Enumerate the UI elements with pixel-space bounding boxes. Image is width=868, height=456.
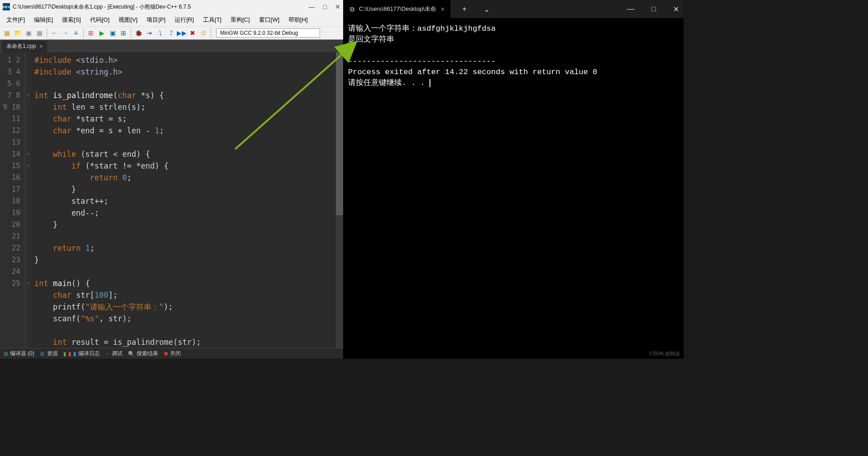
new-tab-icon[interactable]: +: [458, 5, 471, 13]
close-button[interactable]: ✕: [335, 3, 340, 10]
vertical-scrollbar[interactable]: [336, 52, 343, 348]
continue-icon[interactable]: ▶▶: [177, 28, 187, 38]
status-bar: ⊞编译器 (0) 🗎资源 ▮▮▮编译日志 ✓调试 🔍搜索结果 ✖关闭: [0, 348, 343, 359]
terminal-maximize-button[interactable]: □: [647, 5, 660, 13]
status-debug[interactable]: ✓调试: [104, 350, 124, 357]
step-out-icon[interactable]: ⤴: [166, 28, 176, 38]
minimize-button[interactable]: —: [309, 3, 315, 10]
status-search-result[interactable]: 🔍搜索结果: [126, 350, 160, 357]
terminal-minimize-button[interactable]: —: [623, 5, 639, 13]
profile-icon[interactable]: ⊙: [198, 28, 208, 38]
menu-project[interactable]: 项目[P]: [142, 14, 170, 26]
stop-icon[interactable]: ✖: [188, 28, 198, 38]
menu-tools[interactable]: 工具[T]: [198, 14, 226, 26]
code-area[interactable]: #include <stdio.h> #include <string.h> i…: [31, 52, 343, 348]
terminal-output[interactable]: 请输入一个字符串：asdfghjklkjhgfdsa 是回文字符串 ------…: [344, 18, 684, 359]
fold-gutter: ▾▾▾▾: [25, 52, 31, 348]
maximize-button[interactable]: □: [323, 3, 327, 10]
menu-run[interactable]: 运行[R]: [170, 14, 198, 26]
compiler-select[interactable]: MinGW GCC 9.2.0 32-bit Debug: [216, 28, 320, 38]
status-resource[interactable]: 🗎资源: [38, 350, 60, 357]
file-tab-label: 未命名1.cpp: [6, 42, 36, 50]
run-icon[interactable]: ▶: [97, 28, 107, 38]
menu-window[interactable]: 窗口[W]: [255, 14, 284, 26]
terminal-tab[interactable]: ⧉ C:\Users\86177\Desktop\未命 ×: [344, 0, 451, 18]
menubar: 文件[F] 编辑[E] 搜索[S] 代码[O] 视图[V] 项目[P] 运行[R…: [0, 14, 343, 26]
grid-icon[interactable]: ⊞: [86, 28, 96, 38]
menu-file[interactable]: 文件[F]: [2, 14, 29, 26]
menu-view[interactable]: 视图[V]: [114, 14, 142, 26]
status-compiler[interactable]: ⊞编译器 (0): [2, 350, 36, 357]
status-compile-log[interactable]: ▮▮▮编译日志: [61, 350, 102, 357]
save-all-icon[interactable]: ▦: [34, 28, 44, 38]
watermark: CSDN @秋说: [650, 350, 680, 357]
scrollbar-thumb[interactable]: [336, 52, 343, 215]
menu-refactor[interactable]: 重构[C]: [226, 14, 255, 26]
ide-window: DEV C:\Users\86177\Desktop\未命名1.cpp - [E…: [0, 0, 344, 359]
close-tab-icon[interactable]: ×: [39, 43, 42, 50]
compile-run-icon[interactable]: ▣: [108, 28, 118, 38]
window-title: C:\Users\86177\Desktop\未命名1.cpp - [Execu…: [13, 3, 309, 11]
rebuild-icon[interactable]: ⊞: [118, 28, 128, 38]
terminal-close-button[interactable]: ✕: [669, 5, 684, 14]
debug-icon[interactable]: 🐞: [133, 28, 143, 38]
terminal-titlebar: ⧉ C:\Users\86177\Desktop\未命 × + ⌄ — □ ✕: [344, 0, 684, 18]
open-folder-icon[interactable]: 📁: [13, 28, 23, 38]
menu-edit[interactable]: 编辑[E]: [29, 14, 57, 26]
line-number-gutter: 1 2 3 4 5 6 7 8 9 10 11 12 13 14 15 16 1…: [0, 52, 25, 348]
terminal-tab-title: C:\Users\86177\Desktop\未命: [359, 5, 436, 13]
terminal-icon: ⧉: [350, 5, 354, 13]
new-file-icon[interactable]: ▦: [2, 28, 12, 38]
tab-dropdown-icon[interactable]: ⌄: [479, 5, 494, 14]
file-tab-active[interactable]: 未命名1.cpp ×: [2, 40, 47, 52]
ide-titlebar: DEV C:\Users\86177\Desktop\未命名1.cpp - [E…: [0, 0, 343, 14]
code-editor[interactable]: 1 2 3 4 5 6 7 8 9 10 11 12 13 14 15 16 1…: [0, 52, 343, 348]
step-over-icon[interactable]: ⇥: [144, 28, 154, 38]
file-tabs: 未命名1.cpp ×: [0, 40, 343, 52]
app-icon: DEV: [3, 3, 10, 10]
menu-help[interactable]: 帮助[H]: [284, 14, 312, 26]
menu-code[interactable]: 代码[O]: [85, 14, 114, 26]
forward-icon[interactable]: →: [60, 28, 70, 38]
toolbar: ▦ 📁 ▣ ▦ ← → ≡ ⊞ ▶ ▣ ⊞ 🐞 ⇥ ⤵ ⤴ ▶▶ ✖ ⊙ Min…: [0, 26, 343, 40]
back-icon[interactable]: ←: [49, 28, 59, 38]
terminal-tab-close-icon[interactable]: ×: [441, 5, 444, 13]
menu-search[interactable]: 搜索[S]: [57, 14, 85, 26]
status-close[interactable]: ✖关闭: [162, 350, 183, 357]
save-icon[interactable]: ▣: [24, 28, 33, 38]
step-into-icon[interactable]: ⤵: [155, 28, 165, 38]
list-icon[interactable]: ≡: [71, 28, 81, 38]
terminal-window: ⧉ C:\Users\86177\Desktop\未命 × + ⌄ — □ ✕ …: [344, 0, 684, 359]
